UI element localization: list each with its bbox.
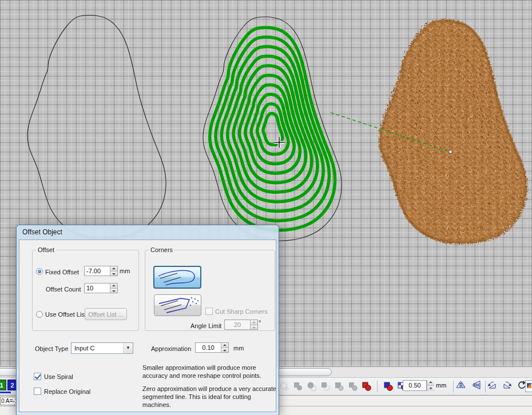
corners-group: Corners Cut Sharp Corners Angle Limit: [145, 246, 275, 331]
sharp-corners-button[interactable]: [154, 294, 201, 316]
offset-list-button[interactable]: Offset List ...: [85, 308, 127, 320]
help-paragraph-1: Smaller approximation will produce more …: [142, 364, 276, 380]
palette-chip-1[interactable]: 1: [0, 380, 6, 390]
round-corners-button[interactable]: [153, 266, 201, 289]
use-spiral-checkbox[interactable]: [34, 373, 41, 380]
rotate-cw-45-icon[interactable]: [502, 380, 513, 390]
toolbar-separator: [485, 381, 486, 393]
approximation-spinner[interactable]: 0.10: [195, 342, 229, 353]
use-offset-list-radio[interactable]: [36, 311, 43, 318]
cut-sharp-corners-label: Cut Sharp Corners: [215, 308, 268, 315]
angle-limit-label: Angle Limit: [190, 322, 221, 329]
intersect-dotted-icon[interactable]: [307, 381, 316, 391]
stitch-offset-field[interactable]: 0.50: [403, 380, 427, 391]
mirror-horizontal-icon[interactable]: [455, 380, 466, 390]
offset-count-label: Offset Count: [46, 286, 81, 293]
weld-active-icon[interactable]: [362, 381, 371, 391]
cut-sharp-corners-checkbox[interactable]: [205, 308, 213, 315]
exclude-gray-icon[interactable]: [334, 381, 344, 391]
fixed-offset-label: Fixed Offset: [45, 269, 79, 276]
stitch-offset-spinner[interactable]: [427, 380, 434, 391]
union-gray-icon[interactable]: [293, 381, 303, 391]
divide-gray-icon[interactable]: [348, 381, 358, 391]
cropped-right-field[interactable]: [525, 380, 532, 392]
offset-group: Offset Fixed Offset -7.00 mm Offset Coun…: [32, 246, 139, 331]
fixed-offset-radio[interactable]: [36, 268, 43, 275]
stitch-offset-unit: mm: [436, 380, 446, 391]
union-color-icon[interactable]: [383, 381, 393, 391]
toolbar-separator: [377, 380, 378, 392]
angle-limit-unit: °: [259, 319, 261, 326]
offset-object-dialog: Offset Object Offset Fixed Offset -7.00 …: [16, 225, 279, 415]
replace-original-checkbox[interactable]: [34, 388, 41, 395]
help-paragraph-2: Zero approximation will produce a very a…: [142, 385, 276, 409]
palette-selected-indicator: [0, 392, 11, 393]
use-offset-list-label: Use Offset List: [45, 311, 86, 318]
fixed-offset-unit: mm: [120, 268, 130, 274]
subtract-dotted-icon[interactable]: [320, 381, 330, 391]
offset-group-legend: Offset: [36, 246, 56, 253]
offset-count-spinner[interactable]: 10: [84, 283, 118, 293]
stitched-object-shape[interactable]: [379, 19, 524, 241]
weld-dotted-icon[interactable]: [279, 381, 289, 391]
approximation-unit: mm: [233, 345, 244, 352]
replace-original-label: Replace Original: [44, 388, 90, 395]
fixed-offset-spinner[interactable]: -7.00: [84, 266, 118, 276]
corners-group-legend: Corners: [149, 246, 174, 253]
dialog-body: Offset Fixed Offset -7.00 mm Offset Coun…: [19, 240, 276, 412]
dialog-title: Offset Object: [22, 228, 62, 236]
dialog-titlebar[interactable]: Offset Object: [17, 225, 279, 240]
approximation-help-text: Smaller approximation will produce more …: [142, 364, 276, 412]
rotate-ccw-45-icon[interactable]: [487, 380, 498, 390]
use-spiral-label: Use Spiral: [44, 373, 73, 380]
toolbar-separator: [453, 381, 454, 393]
object-type-combobox[interactable]: Input C ▼: [71, 342, 133, 354]
approximation-label: Approximation: [151, 345, 191, 352]
object-type-label: Object Type: [35, 345, 69, 352]
combo-dropdown-icon: ▼: [123, 343, 133, 353]
mirror-vertical-icon[interactable]: [471, 380, 482, 390]
angle-limit-spinner[interactable]: 20: [224, 320, 258, 330]
offset-spiral-shape[interactable]: [203, 17, 342, 241]
source-outline-shape[interactable]: [27, 15, 166, 240]
